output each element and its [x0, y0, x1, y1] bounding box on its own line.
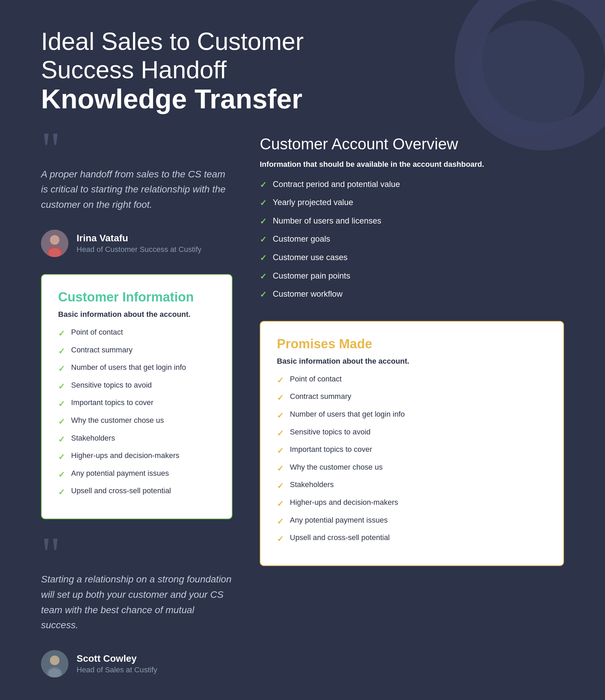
check-icon: ✓	[58, 451, 65, 463]
list-item: ✓ Customer pain points	[260, 270, 564, 282]
author2-info: Scott Cowley Head of Sales at Custify	[77, 653, 157, 674]
main-content: " A proper handoff from sales to the CS …	[41, 135, 564, 695]
list-item: ✓ Sensitive topics to avoid	[277, 427, 547, 439]
page-header: Ideal Sales to Customer Success Handoff …	[41, 27, 564, 114]
promises-made-title: Promises Made	[277, 337, 547, 351]
customer-info-title: Customer Information	[58, 290, 215, 305]
list-item: ✓ Customer workflow	[260, 288, 564, 300]
list-item-text: Customer use cases	[273, 252, 348, 263]
check-icon: ✓	[277, 428, 284, 439]
list-item-text: Contract summary	[71, 345, 133, 355]
list-item: ✓ Why the customer chose us	[277, 462, 547, 474]
quote1-text: A proper handoff from sales to the CS te…	[41, 167, 232, 213]
list-item: ✓ Contract period and potential value	[260, 178, 564, 191]
check-icon: ✓	[277, 480, 284, 492]
check-icon: ✓	[260, 289, 267, 300]
customer-info-subtitle: Basic information about the account.	[58, 310, 215, 319]
customer-info-box: Customer Information Basic information a…	[41, 274, 232, 519]
list-item: ✓ Point of contact	[277, 374, 547, 386]
check-icon: ✓	[260, 271, 267, 282]
list-item-text: Customer goals	[273, 233, 330, 245]
list-item-text: Stakeholders	[290, 480, 334, 490]
check-icon: ✓	[58, 381, 65, 392]
list-item-text: Higher-ups and decision-makers	[290, 497, 398, 508]
check-icon: ✓	[260, 216, 267, 227]
author1-name: Irina Vatafu	[77, 233, 202, 244]
check-icon: ✓	[58, 416, 65, 428]
list-item-text: Contract period and potential value	[273, 178, 400, 190]
promises-made-box: Promises Made Basic information about th…	[260, 321, 564, 566]
check-icon: ✓	[277, 463, 284, 474]
check-icon: ✓	[277, 375, 284, 386]
check-icon: ✓	[58, 398, 65, 410]
customer-info-list: ✓ Point of contact ✓ Contract summary ✓ …	[58, 327, 215, 498]
list-item: ✓ Point of contact	[58, 327, 215, 339]
author1-section: Irina Vatafu Head of Customer Success at…	[41, 230, 232, 257]
title-line1: Ideal Sales to Customer	[41, 27, 564, 56]
check-icon: ✓	[260, 252, 267, 264]
list-item: ✓ Number of users that get login info	[277, 409, 547, 421]
quote-marks-2: "	[41, 540, 232, 568]
page-wrapper: Ideal Sales to Customer Success Handoff …	[0, 0, 605, 700]
title-bold: Knowledge Transfer	[41, 84, 564, 114]
list-item-text: Sensitive topics to avoid	[71, 380, 152, 391]
check-icon: ✓	[277, 498, 284, 510]
list-item-text: Number of users and licenses	[273, 215, 381, 227]
list-item: ✓ Any potential payment issues	[277, 515, 547, 527]
list-item-text: Upsell and cross-sell potential	[290, 533, 390, 543]
list-item-text: Number of users that get login info	[71, 362, 186, 373]
list-item: ✓ Any potential payment issues	[58, 468, 215, 481]
list-item: ✓ Stakeholders	[58, 433, 215, 445]
author2-avatar	[41, 650, 68, 677]
list-item: ✓ Upsell and cross-sell potential	[58, 486, 215, 498]
list-item: ✓ Stakeholders	[277, 480, 547, 492]
check-icon: ✓	[58, 434, 65, 445]
account-overview-subtitle: Information that should be available in …	[260, 160, 564, 169]
check-icon: ✓	[58, 346, 65, 357]
author1-title: Head of Customer Success at Custify	[77, 245, 202, 254]
list-item: ✓ Sensitive topics to avoid	[58, 380, 215, 392]
check-icon: ✓	[260, 234, 267, 245]
check-icon: ✓	[277, 410, 284, 421]
list-item: ✓ Contract summary	[58, 345, 215, 357]
author1-info: Irina Vatafu Head of Customer Success at…	[77, 233, 202, 254]
list-item: ✓ Higher-ups and decision-makers	[58, 450, 215, 463]
list-item-text: Important topics to cover	[290, 444, 372, 455]
check-icon: ✓	[260, 179, 267, 191]
list-item: ✓ Why the customer chose us	[58, 415, 215, 428]
check-icon: ✓	[277, 445, 284, 457]
author2-title: Head of Sales at Custify	[77, 665, 157, 674]
list-item-text: Contract summary	[290, 391, 351, 402]
author2-name: Scott Cowley	[77, 653, 157, 664]
check-icon: ✓	[277, 533, 284, 545]
list-item-text: Higher-ups and decision-makers	[71, 450, 179, 461]
list-item: ✓ Yearly projected value	[260, 197, 564, 209]
list-item: ✓ Customer use cases	[260, 252, 564, 264]
list-item-text: Any potential payment issues	[71, 468, 169, 479]
list-item: ✓ Number of users that get login info	[58, 362, 215, 375]
check-icon: ✓	[277, 392, 284, 404]
account-overview-section: Customer Account Overview Information th…	[260, 135, 564, 300]
promises-made-subtitle: Basic information about the account.	[277, 357, 547, 366]
list-item: ✓ Number of users and licenses	[260, 215, 564, 227]
check-icon: ✓	[260, 197, 267, 209]
account-overview-list: ✓ Contract period and potential value ✓ …	[260, 178, 564, 300]
svg-point-1	[50, 235, 59, 245]
list-item-text: Point of contact	[71, 327, 123, 338]
list-item-text: Important topics to cover	[71, 398, 153, 408]
list-item-text: Customer workflow	[273, 288, 342, 300]
list-item-text: Sensitive topics to avoid	[290, 427, 371, 438]
list-item-text: Customer pain points	[273, 270, 350, 282]
list-item: ✓ Important topics to cover	[277, 444, 547, 457]
list-item-text: Stakeholders	[71, 433, 115, 444]
quote1-section: " A proper handoff from sales to the CS …	[41, 135, 232, 213]
list-item: ✓ Customer goals	[260, 233, 564, 245]
list-item-text: Point of contact	[290, 374, 342, 385]
right-column: Customer Account Overview Information th…	[260, 135, 564, 695]
list-item-text: Any potential payment issues	[290, 515, 388, 526]
list-item-text: Why the customer chose us	[71, 415, 164, 426]
list-item-text: Why the customer chose us	[290, 462, 382, 473]
list-item: ✓ Contract summary	[277, 391, 547, 404]
promises-made-list: ✓ Point of contact ✓ Contract summary ✓ …	[277, 374, 547, 545]
check-icon: ✓	[58, 469, 65, 481]
